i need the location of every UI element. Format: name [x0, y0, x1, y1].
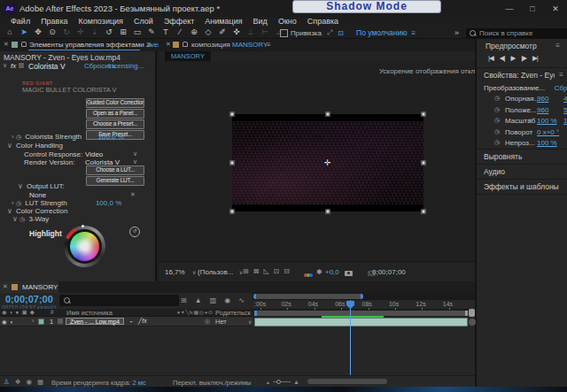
toggle-switches-button[interactable]: Перекл. выключ./режимы: [173, 379, 251, 387]
selection-handle[interactable]: [422, 210, 426, 214]
menu-item[interactable]: Правка: [35, 17, 73, 26]
effect-controls-tab[interactable]: Элементы управления эффектами Zven - Ey: [29, 41, 176, 49]
selection-handle[interactable]: [422, 112, 426, 117]
maximize-button[interactable]: □: [521, 0, 544, 17]
channels-icon[interactable]: [304, 270, 312, 279]
property-value-2[interactable]: 4: [563, 95, 567, 103]
parent-dropdown[interactable]: Нет ∨: [215, 318, 252, 326]
property-stopwatch-icon[interactable]: ◷: [494, 106, 500, 113]
layer-fx-switch[interactable]: ╱fx: [138, 318, 147, 325]
comp-button[interactable]: [469, 319, 476, 326]
color-handling-collapse-icon[interactable]: ∨: [7, 142, 12, 150]
mini-flowchart-icon[interactable]: ⊞: [181, 296, 187, 304]
parent-pickwhip-icon[interactable]: ◎: [205, 318, 210, 325]
colorista-action-button[interactable]: Guided Color Correction...: [86, 98, 144, 108]
resolution-dropdown[interactable]: (Пользов... ∨: [198, 268, 243, 276]
brainstorm-icon[interactable]: ▦: [37, 378, 43, 386]
rotation-tool-icon[interactable]: ↺: [103, 27, 115, 38]
magnification-dropdown[interactable]: 16,7% ∨: [165, 268, 196, 276]
navigator-start-handle[interactable]: [253, 294, 256, 299]
frame-blending-icon[interactable]: ▥: [210, 296, 217, 304]
selection-handle[interactable]: [230, 210, 235, 214]
panel-menu-icon[interactable]: ≡: [50, 283, 54, 291]
selection-handle[interactable]: [230, 112, 235, 117]
snap-checkbox[interactable]: [280, 29, 288, 37]
minimize-button[interactable]: —: [498, 0, 521, 17]
scale-link-icon[interactable]: ∞: [528, 117, 532, 123]
panel-overflow-icon[interactable]: »: [147, 41, 151, 50]
layer-duration-bar[interactable]: [254, 318, 468, 327]
menu-item[interactable]: Окно: [273, 17, 302, 26]
panel-lock-icon[interactable]: [21, 42, 27, 47]
snap-to-features-icon[interactable]: ⊡: [338, 29, 344, 37]
lut-strength-value[interactable]: 100,0 %: [96, 199, 121, 207]
property-stopwatch-icon[interactable]: ◷: [494, 117, 500, 124]
motion-blur-icon[interactable]: ◉: [224, 296, 230, 304]
selection-handle[interactable]: [422, 161, 426, 165]
hand-tool-icon[interactable]: ✥: [32, 27, 44, 38]
layer-name[interactable]: Zven - ... Low.mp4: [66, 318, 124, 325]
align-section[interactable]: Выровнять: [477, 150, 567, 165]
anchor-point-icon[interactable]: ✛: [324, 158, 331, 167]
panel-close-icon[interactable]: ✕: [4, 41, 9, 48]
property-value[interactable]: 960: [537, 95, 548, 103]
colorista-action-button[interactable]: Open as a Panel...: [86, 109, 144, 119]
snap-along-edges-icon[interactable]: ⤢: [327, 28, 332, 37]
wheel-marker-dot[interactable]: [82, 225, 84, 227]
effects-presets-section[interactable]: Эффекты и шаблоны: [477, 180, 567, 195]
selection-tool-icon[interactable]: ➤: [18, 27, 30, 38]
pan-camera-tool-icon[interactable]: ✛: [74, 27, 87, 38]
property-stopwatch-icon[interactable]: ◷: [494, 139, 500, 146]
time-ruler[interactable]: :00s02s04s06s08s10s12s14s: [252, 300, 475, 310]
close-button[interactable]: ✕: [544, 0, 567, 17]
clear-lut-icon[interactable]: ✕: [130, 191, 136, 198]
resolution-gear-icon[interactable]: ✱: [316, 268, 322, 276]
menu-item[interactable]: Эффект: [159, 17, 199, 26]
guides-icon[interactable]: ⊟: [284, 267, 290, 275]
transform-group-label[interactable]: Преобразование...: [484, 84, 545, 92]
property-value[interactable]: 960: [537, 106, 548, 114]
collapse-effect-icon[interactable]: ∨: [3, 62, 7, 69]
axis-mode-world-icon[interactable]: ⊢: [259, 27, 271, 38]
video-column-icon[interactable]: ◉: [2, 309, 7, 316]
workspace-menu-icon[interactable]: ≡: [412, 29, 416, 37]
property-value[interactable]: 0 x+0 °: [537, 128, 559, 136]
comp-timecode[interactable]: 0;00;07;00: [372, 268, 406, 276]
next-frame-button[interactable]: |▶: [521, 54, 526, 62]
lut-action-button[interactable]: Generate LUT...: [86, 176, 144, 186]
layer-expand-icon[interactable]: ›: [32, 318, 34, 324]
layer-search-box[interactable]: [59, 295, 179, 306]
previous-frame-button[interactable]: ◀|: [500, 54, 505, 62]
graph-editor-icon[interactable]: ∿: [238, 296, 245, 304]
type-tool-icon[interactable]: T: [159, 27, 172, 38]
snapshot-camera-icon[interactable]: [345, 271, 353, 276]
effect-row[interactable]: ∨ fx Colorista V Сбросить Licensing...: [0, 62, 157, 71]
layer-video-icon[interactable]: ◉: [2, 319, 7, 326]
clone-stamp-tool-icon[interactable]: ⊕: [188, 27, 200, 38]
current-timecode[interactable]: 0;00;07;00: [5, 294, 53, 304]
transparency-grid-icon[interactable]: ⊡: [274, 267, 280, 275]
panel-menu-icon[interactable]: ≡: [555, 42, 560, 50]
camera-tool-icon[interactable]: ⊞: [117, 27, 129, 38]
effect-enabled-checkbox[interactable]: [19, 63, 24, 68]
brush-tool-icon[interactable]: ∕: [174, 27, 186, 38]
layer-color-swatch[interactable]: [38, 319, 44, 325]
lut-action-button[interactable]: Choose a LUT...: [86, 165, 144, 175]
transform-reset-link[interactable]: Сбросить: [555, 84, 567, 92]
three-way-stopwatch-icon[interactable]: ◷: [19, 216, 25, 222]
wheel-center-handle[interactable]: [82, 244, 87, 249]
comp-marker-bin[interactable]: [469, 309, 475, 317]
property-stopwatch-icon[interactable]: ◷: [494, 95, 500, 102]
timeline-zoom-slider[interactable]: [273, 381, 291, 382]
home-tool-icon[interactable]: ⌂: [4, 27, 16, 38]
panel-menu-icon[interactable]: ≡: [267, 41, 271, 49]
workspace-overflow-icon[interactable]: »: [454, 28, 459, 37]
panel-close-icon[interactable]: ✕: [3, 283, 8, 290]
audio-section[interactable]: Аудио: [477, 165, 567, 180]
roto-brush-tool-icon[interactable]: ✐: [216, 27, 229, 38]
layer-quality-icon[interactable]: ◒: [129, 318, 133, 324]
preview-panel-title[interactable]: Предпросмотр: [485, 42, 537, 50]
go-to-end-button[interactable]: ▶|: [532, 54, 538, 62]
control-response-dropdown[interactable]: Video ∨: [85, 150, 138, 158]
menu-item[interactable]: Вид: [248, 17, 273, 26]
